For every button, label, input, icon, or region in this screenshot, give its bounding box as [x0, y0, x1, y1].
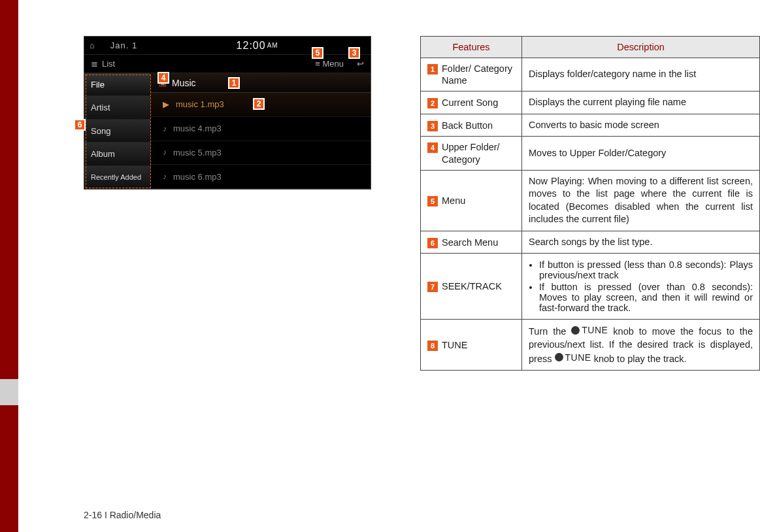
tune-knob-icon: TUNE: [555, 352, 591, 364]
row-num: 2: [427, 98, 438, 108]
track-list: ▣ Music ▶ music 1.mp3 ♪ music 4.mp3 ♪ mu…: [151, 73, 371, 189]
feature-desc: Moves to Upper Folder/Category: [529, 147, 753, 160]
list-row[interactable]: ♪ music 4.mp3: [151, 117, 371, 141]
left-menu-label: Song: [91, 126, 110, 136]
tune-knob-label: TUNE: [582, 324, 608, 337]
callout-4: 4: [157, 72, 169, 84]
track-name: music 4.mp3: [173, 124, 222, 133]
tune-knob-label: TUNE: [565, 352, 591, 364]
feature-name: Folder/ Category Name: [442, 63, 515, 86]
track-name: music 6.mp3: [173, 172, 222, 182]
status-date: Jan. 1: [110, 41, 137, 50]
table-row: 2Current Song Displays the current playi…: [421, 91, 760, 114]
left-menu-label: File: [91, 80, 105, 90]
table-row: 5Menu Now Playing: When moving to a diff…: [421, 170, 760, 231]
row-num: 7: [427, 282, 438, 292]
menu-button[interactable]: ≡ Menu: [315, 59, 344, 69]
list-title: ≣ List: [91, 59, 115, 69]
screenshot-subbar: ≣ List ≡ Menu ↩: [84, 55, 371, 73]
status-time: 12:00AM: [149, 40, 365, 52]
feature-desc-list: If button is pressed (less than 0.8 seco…: [529, 259, 753, 313]
callout-5: 5: [312, 47, 323, 59]
list-title-text: List: [102, 59, 115, 69]
track-name: music 1.mp3: [176, 99, 224, 109]
table-row: 7SEEK/TRACK If button is pressed (less t…: [421, 254, 760, 320]
feature-name: SEEK/TRACK: [442, 280, 515, 292]
feature-desc: Search songs by the list type.: [529, 236, 753, 249]
red-sidebar: [0, 0, 18, 532]
menu-button-label: Menu: [322, 59, 344, 69]
features-header: Features: [421, 37, 522, 58]
feature-name: Back Button: [442, 120, 515, 131]
back-icon[interactable]: ↩: [357, 59, 364, 69]
callout-6: 6: [74, 119, 86, 131]
feature-name: Current Song: [442, 97, 515, 108]
screenshot-topbar: ⌂ Jan. 1 12:00AM: [84, 37, 371, 55]
note-icon: ♪: [163, 172, 167, 181]
feature-desc: Displays the current playing file name: [529, 96, 753, 109]
description-header: Description: [522, 37, 760, 58]
page-content: ⌂ Jan. 1 12:00AM ≣ List ≡ Menu ↩ File Ar…: [18, 0, 760, 532]
feature-name: Upper Folder/ Category: [442, 141, 515, 165]
table-row: 3Back Button Converts to basic mode scre…: [421, 114, 760, 137]
row-num: 6: [427, 238, 438, 248]
left-menu-artist[interactable]: Artist: [84, 96, 150, 119]
status-ampm: AM: [267, 42, 278, 49]
tune-text: Turn the: [529, 326, 571, 337]
left-menu-recent[interactable]: Recently Added: [84, 166, 150, 189]
callout-3: 3: [348, 47, 360, 59]
list-row[interactable]: ♪ music 6.mp3: [151, 165, 371, 189]
page-thumb-tab: [0, 379, 18, 405]
status-time-value: 12:00: [237, 40, 266, 51]
home-icon: ⌂: [90, 41, 95, 50]
left-menu-label: Album: [91, 149, 115, 159]
feature-desc: Now Playing: When moving to a different …: [529, 175, 753, 226]
row-num: 8: [427, 341, 438, 351]
search-menu: File Artist Song Album Recently Added: [84, 73, 151, 189]
folder-header[interactable]: ▣ Music: [151, 73, 371, 93]
track-name: music 5.mp3: [173, 148, 222, 158]
left-menu-label: Recently Added: [91, 173, 141, 181]
page-footer: 2-16 I Radio/Media: [84, 510, 161, 520]
infotainment-screenshot: ⌂ Jan. 1 12:00AM ≣ List ≡ Menu ↩ File Ar…: [84, 36, 371, 190]
table-row: 6Search Menu Search songs by the list ty…: [421, 231, 760, 254]
folder-name-label: Music: [172, 78, 196, 88]
list-icon: ≣: [91, 59, 98, 69]
table-row: 4Upper Folder/ Category Moves to Upper F…: [421, 137, 760, 170]
table-row: 8TUNE Turn the TUNE knob to move the foc…: [421, 320, 760, 371]
row-num: 5: [427, 196, 438, 207]
row-num: 4: [427, 142, 438, 153]
left-menu-song[interactable]: Song: [84, 120, 150, 142]
note-icon: ♪: [163, 148, 167, 157]
row-num: 1: [427, 64, 438, 75]
left-menu-file[interactable]: File: [84, 73, 150, 96]
left-menu-album[interactable]: Album: [84, 142, 150, 165]
note-icon: ♪: [163, 124, 167, 133]
list-row[interactable]: ♪ music 5.mp3: [151, 141, 371, 165]
tune-knob-icon: TUNE: [571, 324, 608, 337]
callout-1: 1: [228, 77, 240, 89]
menu-icon: ≡: [315, 59, 320, 69]
feature-desc: Turn the TUNE knob to move the focus to …: [529, 324, 753, 365]
tune-text: knob to play the track.: [591, 353, 687, 363]
subbar-right: ≡ Menu ↩: [315, 59, 364, 69]
callout-2: 2: [253, 98, 265, 110]
list-item: If button is pressed (over than 0.8 seco…: [539, 282, 753, 313]
left-menu-label: Artist: [91, 103, 110, 112]
feature-desc: Displays folder/category name in the lis…: [529, 68, 753, 81]
table-row: 1Folder/ Category Name Displays folder/c…: [421, 58, 760, 91]
features-table: Features Description 1Folder/ Category N…: [420, 36, 760, 371]
feature-name: Menu: [442, 195, 515, 207]
feature-name: TUNE: [442, 339, 515, 351]
row-num: 3: [427, 121, 438, 131]
feature-desc: Converts to basic mode screen: [529, 119, 753, 132]
feature-name: Search Menu: [442, 237, 515, 248]
list-item: If button is pressed (less than 0.8 seco…: [539, 259, 753, 280]
play-icon: ▶: [163, 99, 169, 109]
